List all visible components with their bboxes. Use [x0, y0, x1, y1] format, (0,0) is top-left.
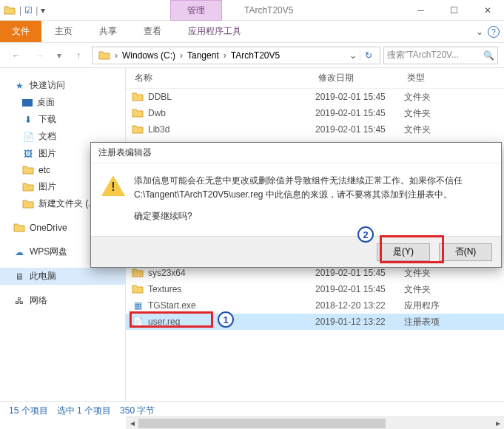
- back-button[interactable]: ←: [6, 47, 27, 64]
- breadcrumb-root[interactable]: [95, 50, 113, 61]
- scroll-thumb[interactable]: [138, 419, 386, 428]
- file-date: 2018-12-20 13:22: [315, 300, 404, 311]
- breadcrumb[interactable]: Windows (C:): [119, 50, 178, 61]
- app-icon: [3, 4, 16, 17]
- dialog-line2: 确定要继续吗?: [134, 209, 491, 223]
- file-date: 2019-01-12 13:22: [315, 317, 404, 327]
- sidebar-label: 图片: [38, 147, 56, 160]
- pc-icon: 🖥: [13, 271, 25, 283]
- tab-view[interactable]: 查看: [130, 21, 175, 42]
- folder-icon: [22, 198, 34, 210]
- file-row[interactable]: Lib3d2019-02-01 15:45文件夹: [126, 121, 504, 138]
- close-button[interactable]: ✕: [471, 0, 504, 21]
- qat-sep: |: [34, 5, 39, 16]
- network-icon: 🖧: [13, 295, 25, 307]
- file-row[interactable]: 📄user.reg2019-01-12 13:22注册表项: [126, 314, 504, 330]
- file-date: 2019-02-01 15:45: [315, 284, 404, 294]
- file-icon: [132, 107, 144, 119]
- file-icon: 📄: [132, 316, 144, 328]
- no-button[interactable]: 否(N): [439, 243, 492, 261]
- sidebar-label: 此电脑: [30, 270, 56, 283]
- tab-file[interactable]: 文件: [0, 21, 41, 42]
- horizontal-scrollbar[interactable]: ◂ ▸: [126, 416, 504, 429]
- folder-icon: [22, 164, 34, 176]
- status-size: 350 字节: [120, 405, 155, 417]
- file-type: 文件夹: [404, 283, 504, 296]
- file-date: 2019-02-01 15:45: [315, 92, 404, 102]
- forward-button[interactable]: →: [30, 47, 50, 64]
- file-type: 文件夹: [404, 91, 504, 104]
- qat-sep: |: [18, 5, 23, 16]
- search-icon[interactable]: 🔍: [483, 50, 494, 61]
- file-name: sys23x64: [148, 268, 186, 278]
- column-type[interactable]: 类型: [404, 72, 504, 84]
- breadcrumb-sep[interactable]: ›: [113, 50, 119, 61]
- yes-button[interactable]: 是(Y): [377, 243, 430, 261]
- breadcrumb[interactable]: TArchT20V5: [228, 50, 283, 61]
- breadcrumb[interactable]: Tangent: [184, 50, 222, 61]
- folder-icon: [22, 181, 34, 193]
- file-row[interactable]: Dwb2019-02-01 15:45文件夹: [126, 105, 504, 121]
- breadcrumb-sep[interactable]: ›: [222, 50, 228, 61]
- scroll-track[interactable]: [138, 417, 491, 430]
- address-dropdown[interactable]: ⌄: [346, 50, 360, 61]
- minimize-button[interactable]: ─: [404, 0, 437, 21]
- maximize-button[interactable]: ☐: [437, 0, 471, 21]
- sidebar-item-downloads[interactable]: ⬇ 下载: [0, 111, 125, 128]
- file-name: TGStart.exe: [148, 300, 196, 311]
- tab-home[interactable]: 主页: [41, 21, 86, 42]
- sidebar-quick-access[interactable]: ★ 快速访问: [0, 77, 125, 94]
- address-bar[interactable]: › Windows (C:) › Tangent › TArchT20V5 ⌄ …: [92, 47, 380, 64]
- tab-app-tools[interactable]: 应用程序工具: [175, 21, 255, 42]
- sidebar-label: 网络: [30, 294, 47, 307]
- status-item-count: 15 个项目: [9, 405, 48, 417]
- scroll-left-icon[interactable]: ◂: [126, 417, 138, 430]
- sidebar-network[interactable]: 🖧 网络: [0, 292, 125, 309]
- onedrive-icon: [13, 222, 25, 234]
- address-bar-row: ← → ▾ ↑ › Windows (C:) › Tangent › TArch…: [0, 43, 504, 68]
- registry-editor-dialog: 注册表编辑器 ! 添加信息可能会在无意中更改或删除值并导致组件无法继续正常工作。…: [90, 142, 502, 268]
- file-icon: [132, 124, 144, 135]
- file-name: DDBL: [148, 92, 172, 102]
- sidebar-label: OneDrive: [30, 223, 67, 233]
- dialog-button-row: 是(Y) 否(N): [91, 236, 501, 267]
- scroll-right-icon[interactable]: ▸: [491, 417, 504, 430]
- contextual-tab-manage[interactable]: 管理: [170, 0, 222, 21]
- file-row[interactable]: Textures2019-02-01 15:45文件夹: [126, 281, 504, 297]
- dialog-line1: 添加信息可能会在无意中更改或删除值并导致组件无法继续正常工作。如果你不信任 C:…: [134, 174, 491, 202]
- dialog-title: 注册表编辑器: [91, 143, 501, 163]
- sidebar-label: 图片: [38, 180, 56, 193]
- search-box[interactable]: 搜索"TArchT20V... 🔍: [383, 47, 498, 64]
- up-button[interactable]: ↑: [68, 47, 89, 64]
- column-name[interactable]: 名称: [132, 72, 315, 84]
- qat-item[interactable]: ☑: [24, 5, 33, 16]
- file-row[interactable]: DDBL2019-02-01 15:45文件夹: [126, 89, 504, 105]
- cloud-icon: ☁: [13, 246, 25, 258]
- file-type: 文件夹: [404, 124, 504, 136]
- dialog-message: 添加信息可能会在无意中更改或删除值并导致组件无法继续正常工作。如果你不信任 C:…: [134, 174, 491, 224]
- file-row[interactable]: ▦TGStart.exe2018-12-20 13:22应用程序: [126, 297, 504, 314]
- file-type: 文件夹: [404, 107, 504, 120]
- sidebar-label: 新建文件夹 (...: [38, 197, 95, 210]
- file-name: user.reg: [148, 317, 180, 327]
- tab-share[interactable]: 共享: [86, 21, 130, 42]
- sidebar-item-desktop[interactable]: 桌面: [0, 94, 125, 111]
- file-date: 2019-02-01 15:45: [315, 268, 404, 278]
- qat-dropdown[interactable]: ▾: [41, 5, 45, 16]
- recent-dropdown[interactable]: ▾: [53, 47, 65, 64]
- star-icon: ★: [13, 80, 25, 92]
- sidebar-label: 快速访问: [30, 79, 65, 92]
- file-icon: [132, 267, 144, 279]
- sidebar-label: 文档: [38, 130, 56, 143]
- column-date[interactable]: 修改日期: [315, 72, 404, 84]
- warning-icon: !: [101, 174, 125, 197]
- sidebar-thispc[interactable]: 🖥 此电脑: [0, 268, 125, 285]
- file-name: Textures: [148, 284, 181, 294]
- file-type: 应用程序: [404, 300, 504, 312]
- breadcrumb-sep[interactable]: ›: [178, 50, 184, 61]
- refresh-button[interactable]: ↻: [360, 50, 377, 61]
- title-bar: | ☑ | ▾ 管理 TArchT20V5 ─ ☐ ✕: [0, 0, 504, 21]
- help-icon[interactable]: ?: [488, 26, 500, 38]
- ribbon-expand-icon[interactable]: ⌄: [476, 27, 483, 37]
- file-icon: ▦: [132, 300, 144, 311]
